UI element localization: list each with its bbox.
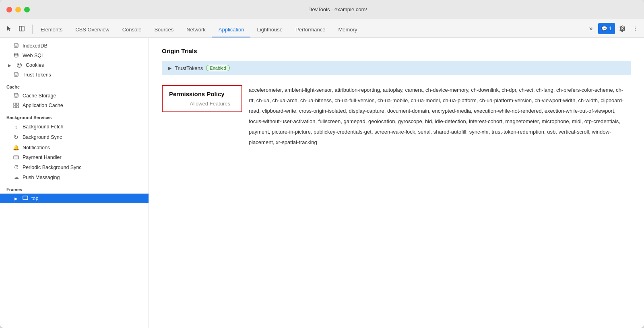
more-tabs-icon[interactable]: » (585, 23, 597, 34)
maximize-button[interactable] (24, 7, 30, 12)
permissions-policy-section: Permissions Policy Allowed Features acce… (162, 85, 631, 148)
trust-tokens-name: TrustTokens (175, 65, 203, 71)
notifications-label: Notifications (23, 145, 50, 151)
tab-application[interactable]: Application (212, 22, 251, 37)
cursor-icon[interactable] (3, 23, 14, 34)
periodic-bg-sync-icon: ⏱ (13, 164, 19, 170)
top-frame-label: top (31, 196, 38, 201)
indexeddb-label: IndexedDB (23, 43, 47, 49)
svg-point-5 (18, 64, 19, 65)
svg-rect-11 (17, 103, 19, 105)
tab-memory[interactable]: Memory (332, 22, 363, 37)
bg-fetch-label: Background Fetch (23, 124, 63, 130)
cache-storage-icon (13, 93, 19, 99)
svg-point-3 (14, 53, 18, 55)
database-icon-3 (13, 72, 19, 78)
cookie-icon (16, 62, 23, 68)
svg-rect-10 (14, 103, 16, 105)
sidebar-item-cookies[interactable]: ▶ Cookies (0, 60, 149, 70)
trust-tokens-label: Trust Tokens (23, 72, 51, 78)
cache-header: Cache (0, 80, 149, 91)
badge-count: 1 (609, 26, 612, 31)
arrow-icon: ▶ (13, 196, 19, 201)
feedback-badge-button[interactable]: 💬 1 (598, 23, 615, 34)
sidebar-item-top-frame[interactable]: ▶ top (0, 194, 149, 203)
trust-tokens-badge: Enabled (206, 65, 229, 71)
sidebar-item-payment-handler[interactable]: Payment Handler (0, 153, 149, 162)
sidebar-item-indexeddb[interactable]: IndexedDB (0, 41, 149, 51)
permissions-policy-box: Permissions Policy Allowed Features (162, 85, 242, 112)
sidebar-item-trust-tokens[interactable]: Trust Tokens (0, 70, 149, 80)
tabbar: Elements CSS Overview Console Sources Ne… (0, 19, 644, 38)
tab-css-overview[interactable]: CSS Overview (69, 22, 116, 37)
window-title: DevTools - example.com/ (38, 6, 638, 12)
payment-handler-icon (13, 155, 19, 159)
sidebar-item-bg-sync[interactable]: ↻ Background Sync (0, 132, 149, 142)
background-services-header: Background Services (0, 110, 149, 122)
push-messaging-icon: ☁ (13, 174, 19, 180)
svg-point-6 (20, 64, 21, 65)
cookies-label: Cookies (26, 62, 44, 68)
push-messaging-label: Push Messaging (23, 175, 60, 180)
tab-controls (3, 23, 27, 37)
svg-point-7 (19, 66, 19, 66)
content-panel: Origin Trials ▶ TrustTokens Enabled Perm… (149, 38, 644, 328)
sidebar-item-cache-storage[interactable]: Cache Storage (0, 91, 149, 101)
allowed-features-label: Allowed Features (169, 101, 235, 107)
permissions-policy-title: Permissions Policy (169, 91, 235, 97)
frame-icon (23, 196, 28, 201)
dock-icon[interactable] (16, 23, 27, 34)
database-icon-2 (13, 53, 19, 58)
allowed-features-text: accelerometer, ambient-light-sensor, att… (249, 87, 623, 145)
tab-divider (32, 25, 33, 34)
origin-trials-title: Origin Trials (162, 47, 631, 54)
app-cache-icon (13, 103, 19, 108)
svg-rect-16 (23, 196, 28, 200)
sidebar-item-notifications[interactable]: 🔔 Notifications (0, 142, 149, 153)
sidebar-item-app-cache[interactable]: Application Cache (0, 101, 149, 110)
main-area: IndexedDB Web SQL ▶ (0, 38, 644, 328)
sidebar-item-websql[interactable]: Web SQL (0, 51, 149, 60)
svg-rect-0 (19, 26, 24, 31)
permissions-features-value: accelerometer, ambient-light-sensor, att… (242, 85, 631, 148)
frames-header: Frames (0, 182, 149, 194)
app-cache-label: Application Cache (23, 103, 63, 108)
feedback-icon: 💬 (601, 26, 607, 31)
svg-point-8 (14, 72, 18, 74)
svg-rect-12 (14, 106, 16, 108)
svg-point-9 (14, 93, 18, 95)
svg-point-2 (14, 43, 18, 45)
cache-storage-label: Cache Storage (23, 93, 56, 99)
more-options-icon[interactable]: ⋮ (630, 23, 641, 34)
settings-icon[interactable] (617, 23, 628, 34)
tab-console[interactable]: Console (116, 22, 148, 37)
websql-label: Web SQL (23, 53, 44, 58)
tab-lighthouse[interactable]: Lighthouse (250, 22, 289, 37)
notifications-icon: 🔔 (13, 144, 19, 151)
svg-point-4 (17, 63, 22, 68)
sidebar-item-periodic-bg-sync[interactable]: ⏱ Periodic Background Sync (0, 162, 149, 172)
trust-tokens-arrow: ▶ (168, 66, 171, 71)
svg-rect-14 (14, 156, 19, 159)
bg-sync-icon: ↻ (13, 134, 19, 140)
sidebar: IndexedDB Web SQL ▶ (0, 38, 149, 328)
sidebar-item-push-messaging[interactable]: ☁ Push Messaging (0, 172, 149, 182)
tab-performance[interactable]: Performance (289, 22, 332, 37)
tab-elements[interactable]: Elements (34, 22, 69, 37)
periodic-bg-sync-label: Periodic Background Sync (23, 165, 82, 170)
tab-sources[interactable]: Sources (148, 22, 180, 37)
trust-tokens-row[interactable]: ▶ TrustTokens Enabled (162, 61, 631, 75)
sidebar-item-bg-fetch[interactable]: ↕ Background Fetch (0, 122, 149, 132)
arrow-right-icon: ▶ (6, 63, 13, 68)
tab-network[interactable]: Network (180, 22, 212, 37)
bg-sync-label: Background Sync (23, 134, 62, 140)
traffic-lights (6, 7, 30, 12)
devtools-window: DevTools - example.com/ Elements CSS Ove… (0, 0, 644, 328)
database-icon (13, 43, 19, 49)
svg-rect-13 (17, 106, 19, 108)
payment-handler-label: Payment Handler (23, 155, 62, 160)
minimize-button[interactable] (15, 7, 21, 12)
titlebar: DevTools - example.com/ (0, 0, 644, 19)
tab-actions: » 💬 1 ⋮ (585, 23, 641, 37)
close-button[interactable] (6, 7, 12, 12)
